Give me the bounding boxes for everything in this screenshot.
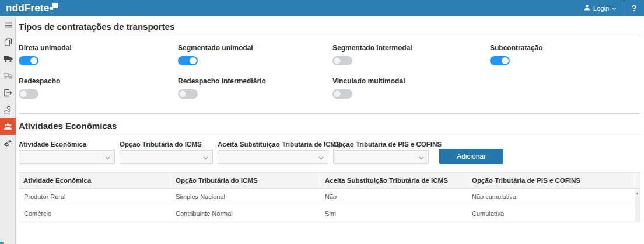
brand-mark-icon: [50, 2, 58, 13]
filter-opcao-icms: Opção Tributária do ICMS: [120, 140, 213, 164]
chevron-down-icon: [612, 5, 617, 12]
toggle-switch-segmentado-unimodal[interactable]: [178, 56, 198, 65]
activities-table: Atividade Econômica Opção Tributária do …: [19, 172, 640, 222]
gears-icon: [4, 139, 12, 148]
pis-cofins-select[interactable]: [333, 150, 429, 164]
sidebar-item-payments[interactable]: [0, 101, 16, 118]
section-title-activities: Atividades Econômicas: [19, 121, 640, 131]
filter-atividade-economica: Atividade Econômica: [19, 140, 115, 164]
switch-knob: [334, 57, 341, 64]
chevron-down-icon: [203, 152, 208, 162]
cell-pis-cofins: Cumulativa: [467, 205, 635, 222]
sidebar-item-documents[interactable]: [0, 33, 16, 50]
cell-substituicao: Não: [320, 189, 467, 205]
table-header-scroll-cell: [634, 173, 640, 188]
scroll-up-icon[interactable]: ▲: [636, 189, 639, 196]
filter-label: Opção Tributária de PIS e COFINS: [333, 140, 429, 148]
title-divider: [19, 36, 640, 36]
filter-label: Atividade Econômica: [19, 140, 115, 148]
cell-substituicao: Sim: [320, 205, 467, 222]
filter-label: Aceita Substituição Tributária de ICMS: [218, 140, 328, 148]
switch-knob: [502, 57, 509, 64]
toggle-label: Vinculado multimodal: [332, 77, 490, 85]
filter-substituicao-icms: Aceita Substituição Tributária de ICMS: [218, 140, 328, 164]
section-economic-activities: Atividades Econômicas Atividade Econômic…: [19, 114, 640, 222]
substituicao-tributaria-icms-select[interactable]: [218, 150, 328, 164]
brand-logo: nddFrete: [0, 1, 58, 15]
toggle-label: Direta unimodal: [19, 44, 178, 52]
cell-atividade: Comércio: [19, 205, 171, 222]
switch-knob: [190, 57, 197, 64]
toggle-direta-unimodal: Direta unimodal: [19, 44, 178, 65]
sidebar-item-truck-secondary[interactable]: [0, 67, 16, 84]
switch-knob: [30, 57, 37, 64]
app-window: nddFrete Login ?: [0, 0, 644, 244]
table-header-row: Atividade Econômica Opção Tributária do …: [19, 172, 640, 189]
toggle-switch-redespacho[interactable]: [19, 89, 38, 99]
toggle-segmentado-intermodal: Segmentado intermodal: [332, 44, 490, 65]
toggle-switch-subcontratacao[interactable]: [490, 56, 510, 65]
toggle-redespacho: Redespacho: [19, 77, 178, 99]
activity-filters-row: Atividade Econômica Opção Tributária do …: [19, 140, 640, 164]
column-header-atividade: Atividade Econômica: [19, 173, 170, 188]
toggle-subcontratacao: Subcontratação: [490, 44, 640, 65]
help-button[interactable]: ?: [624, 0, 644, 16]
toggle-switch-vinculado-multimodal[interactable]: [332, 89, 352, 99]
chevron-down-icon: [318, 152, 324, 162]
cell-pis-cofins: Não cumulativa: [467, 189, 635, 205]
column-header-pis-cofins: Opção Tributária de PIS e COFINS: [467, 173, 634, 188]
cell-opcao-icms: Simples Nacional: [171, 189, 320, 205]
user-icon: [584, 4, 590, 12]
login-label: Login: [593, 5, 609, 12]
opcao-tributaria-icms-select[interactable]: [120, 150, 213, 164]
column-header-opcao-icms: Opção Tributária do ICMS: [170, 173, 320, 188]
cell-opcao-icms: Contribuinte Normal: [171, 205, 320, 222]
cell-atividade: Produtor Rural: [19, 189, 171, 205]
table-row[interactable]: Produtor Rural Simples Nacional Não Não …: [19, 189, 635, 205]
brand-name: nddFrete: [6, 1, 49, 15]
sidebar-item-settings[interactable]: [0, 135, 16, 152]
header-actions: Login ?: [577, 0, 644, 16]
sidebar-item-menu[interactable]: [0, 16, 16, 33]
toggle-label: Segmentado unimodal: [178, 44, 332, 52]
filter-label: Opção Tributária do ICMS: [120, 140, 213, 148]
toggle-redespacho-intermediario: Redespacho intermediário: [178, 77, 332, 99]
toggle-switch-segmentado-intermodal[interactable]: [332, 56, 352, 65]
top-header-bar: nddFrete Login ?: [0, 0, 644, 16]
toggle-vinculado-multimodal: Vinculado multimodal: [332, 77, 490, 99]
sidebar-item-truck[interactable]: [0, 50, 16, 67]
atividade-economica-select[interactable]: [19, 150, 115, 164]
sidebar-item-economic-activities[interactable]: [0, 118, 16, 135]
corner-artifact: [0, 242, 4, 244]
toggle-label: Redespacho: [19, 77, 178, 85]
login-menu[interactable]: Login: [577, 0, 624, 16]
toggle-grid: Direta unimodal Segmentado unimodal Segm…: [19, 44, 640, 99]
table-row[interactable]: Comércio Contribuinte Normal Sim Cumulat…: [19, 205, 635, 222]
section-title-contracting: Tipos de contratações de transportes: [19, 22, 640, 32]
documents-icon: [4, 38, 12, 46]
add-button[interactable]: Adicionar: [439, 149, 503, 164]
menu-icon: [4, 21, 12, 29]
table-scrollbar[interactable]: ▲: [635, 189, 640, 222]
table-body: Produtor Rural Simples Nacional Não Não …: [19, 189, 640, 222]
truck-outline-icon: [4, 72, 13, 79]
title-divider: [19, 135, 640, 135]
hand-coin-icon: [4, 106, 12, 114]
chevron-down-icon: [419, 152, 424, 162]
toggle-label: Segmentado intermodal: [332, 44, 490, 52]
toggle-switch-direta-unimodal[interactable]: [19, 56, 38, 65]
left-sidebar: [0, 16, 16, 244]
main-content: Tipos de contratações de transportes Dir…: [16, 16, 644, 244]
toggle-segmentado-unimodal: Segmentado unimodal: [178, 44, 332, 65]
chevron-down-icon: [105, 152, 110, 162]
truck-icon: [4, 55, 13, 62]
toggle-switch-redespacho-intermediario[interactable]: [178, 89, 198, 99]
filter-pis-cofins: Opção Tributária de PIS e COFINS: [333, 140, 429, 164]
people-group-icon: [4, 123, 12, 130]
switch-knob: [334, 90, 341, 97]
switch-knob: [179, 90, 186, 97]
export-icon: [4, 89, 12, 97]
sidebar-item-export[interactable]: [0, 84, 16, 101]
toggle-label: Subcontratação: [490, 44, 640, 52]
section-contracting-types: Tipos de contratações de transportes Dir…: [19, 16, 640, 114]
